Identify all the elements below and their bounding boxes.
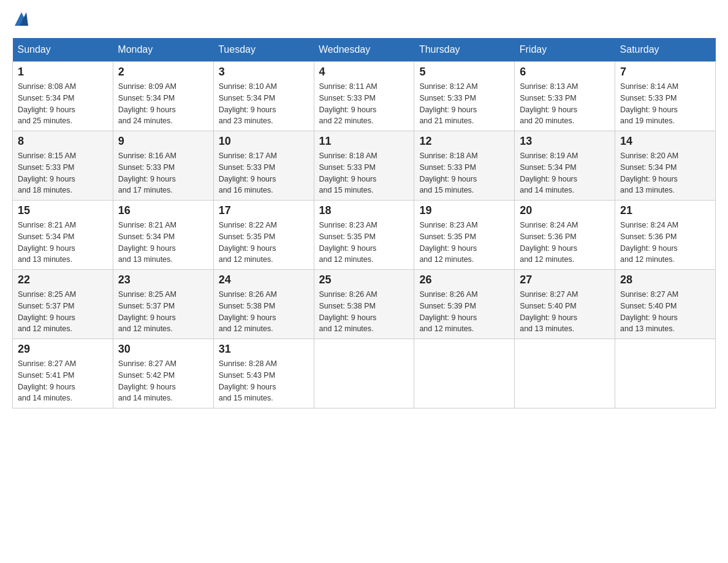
calendar-week-row: 15 Sunrise: 8:21 AMSunset: 5:34 PMDaylig… [13,201,716,270]
calendar-cell: 20 Sunrise: 8:24 AMSunset: 5:36 PMDaylig… [515,201,615,270]
calendar-cell: 6 Sunrise: 8:13 AMSunset: 5:33 PMDayligh… [515,62,615,131]
day-number: 24 [219,274,309,286]
calendar-cell: 13 Sunrise: 8:19 AMSunset: 5:34 PMDaylig… [515,131,615,201]
logo [12,12,28,26]
day-info: Sunrise: 8:27 AMSunset: 5:41 PMDaylight:… [18,359,76,402]
day-info: Sunrise: 8:22 AMSunset: 5:35 PMDaylight:… [219,221,277,264]
calendar-cell [515,339,615,408]
day-number: 6 [520,66,610,79]
weekday-header-tuesday: Tuesday [213,38,314,62]
day-info: Sunrise: 8:16 AMSunset: 5:33 PMDaylight:… [118,151,176,194]
weekday-header-thursday: Thursday [414,38,515,62]
weekday-header-wednesday: Wednesday [314,38,414,62]
day-number: 8 [18,135,108,148]
day-number: 30 [118,343,208,356]
day-number: 14 [620,135,710,148]
day-info: Sunrise: 8:25 AMSunset: 5:37 PMDaylight:… [18,290,76,333]
day-number: 20 [520,204,610,217]
calendar-cell: 9 Sunrise: 8:16 AMSunset: 5:33 PMDayligh… [113,131,213,201]
day-info: Sunrise: 8:23 AMSunset: 5:35 PMDaylight:… [319,221,377,264]
day-number: 23 [118,274,208,286]
day-number: 5 [419,66,509,79]
calendar-cell [314,339,414,408]
calendar-cell: 8 Sunrise: 8:15 AMSunset: 5:33 PMDayligh… [13,131,113,201]
day-number: 4 [319,66,409,79]
day-info: Sunrise: 8:24 AMSunset: 5:36 PMDaylight:… [620,221,678,264]
calendar-cell: 1 Sunrise: 8:08 AMSunset: 5:34 PMDayligh… [13,62,113,131]
calendar-week-row: 29 Sunrise: 8:27 AMSunset: 5:41 PMDaylig… [13,339,716,408]
calendar-cell: 10 Sunrise: 8:17 AMSunset: 5:33 PMDaylig… [213,131,314,201]
day-info: Sunrise: 8:18 AMSunset: 5:33 PMDaylight:… [319,151,377,194]
calendar-cell: 29 Sunrise: 8:27 AMSunset: 5:41 PMDaylig… [13,339,113,408]
calendar-cell: 7 Sunrise: 8:14 AMSunset: 5:33 PMDayligh… [615,62,716,131]
day-info: Sunrise: 8:20 AMSunset: 5:34 PMDaylight:… [620,151,678,194]
calendar-header: SundayMondayTuesdayWednesdayThursdayFrid… [13,38,716,62]
day-number: 7 [620,66,710,79]
calendar-cell [414,339,515,408]
calendar-cell: 4 Sunrise: 8:11 AMSunset: 5:33 PMDayligh… [314,62,414,131]
calendar-cell: 27 Sunrise: 8:27 AMSunset: 5:40 PMDaylig… [515,270,615,339]
calendar-cell: 26 Sunrise: 8:26 AMSunset: 5:39 PMDaylig… [414,270,515,339]
day-number: 15 [18,204,108,217]
day-info: Sunrise: 8:26 AMSunset: 5:39 PMDaylight:… [419,290,477,333]
day-info: Sunrise: 8:11 AMSunset: 5:33 PMDaylight:… [319,82,377,125]
day-info: Sunrise: 8:19 AMSunset: 5:34 PMDaylight:… [520,151,578,194]
day-info: Sunrise: 8:14 AMSunset: 5:33 PMDaylight:… [620,82,678,125]
day-number: 18 [319,204,409,217]
logo-triangle-icon [15,12,28,26]
day-info: Sunrise: 8:18 AMSunset: 5:33 PMDaylight:… [419,151,477,194]
day-info: Sunrise: 8:24 AMSunset: 5:36 PMDaylight:… [520,221,578,264]
calendar-cell: 31 Sunrise: 8:28 AMSunset: 5:43 PMDaylig… [213,339,314,408]
day-number: 27 [520,274,610,286]
day-info: Sunrise: 8:13 AMSunset: 5:33 PMDaylight:… [520,82,578,125]
calendar-cell: 22 Sunrise: 8:25 AMSunset: 5:37 PMDaylig… [13,270,113,339]
calendar-cell: 18 Sunrise: 8:23 AMSunset: 5:35 PMDaylig… [314,201,414,270]
calendar-cell: 21 Sunrise: 8:24 AMSunset: 5:36 PMDaylig… [615,201,716,270]
calendar-cell: 2 Sunrise: 8:09 AMSunset: 5:34 PMDayligh… [113,62,213,131]
calendar-cell: 12 Sunrise: 8:18 AMSunset: 5:33 PMDaylig… [414,131,515,201]
day-number: 2 [118,66,208,79]
calendar-cell: 15 Sunrise: 8:21 AMSunset: 5:34 PMDaylig… [13,201,113,270]
day-info: Sunrise: 8:10 AMSunset: 5:34 PMDaylight:… [219,82,277,125]
calendar-cell: 17 Sunrise: 8:22 AMSunset: 5:35 PMDaylig… [213,201,314,270]
day-info: Sunrise: 8:21 AMSunset: 5:34 PMDaylight:… [18,221,76,264]
day-info: Sunrise: 8:26 AMSunset: 5:38 PMDaylight:… [219,290,277,333]
day-number: 3 [219,66,309,79]
weekday-header-sunday: Sunday [13,38,113,62]
weekday-header-saturday: Saturday [615,38,716,62]
day-info: Sunrise: 8:23 AMSunset: 5:35 PMDaylight:… [419,221,477,264]
calendar-week-row: 1 Sunrise: 8:08 AMSunset: 5:34 PMDayligh… [13,62,716,131]
calendar-cell: 14 Sunrise: 8:20 AMSunset: 5:34 PMDaylig… [615,131,716,201]
day-info: Sunrise: 8:15 AMSunset: 5:33 PMDaylight:… [18,151,76,194]
day-info: Sunrise: 8:27 AMSunset: 5:42 PMDaylight:… [118,359,176,402]
day-info: Sunrise: 8:27 AMSunset: 5:40 PMDaylight:… [520,290,578,333]
calendar-cell: 24 Sunrise: 8:26 AMSunset: 5:38 PMDaylig… [213,270,314,339]
calendar-cell: 19 Sunrise: 8:23 AMSunset: 5:35 PMDaylig… [414,201,515,270]
day-number: 19 [419,204,509,217]
weekday-header-friday: Friday [515,38,615,62]
day-number: 22 [18,274,108,286]
day-number: 11 [319,135,409,148]
day-info: Sunrise: 8:09 AMSunset: 5:34 PMDaylight:… [118,82,176,125]
day-number: 25 [319,274,409,286]
weekday-header-monday: Monday [113,38,213,62]
day-number: 16 [118,204,208,217]
day-number: 9 [118,135,208,148]
day-number: 12 [419,135,509,148]
calendar-cell: 28 Sunrise: 8:27 AMSunset: 5:40 PMDaylig… [615,270,716,339]
calendar-cell [615,339,716,408]
day-info: Sunrise: 8:12 AMSunset: 5:33 PMDaylight:… [419,82,477,125]
day-number: 17 [219,204,309,217]
day-info: Sunrise: 8:17 AMSunset: 5:33 PMDaylight:… [219,151,277,194]
calendar-cell: 23 Sunrise: 8:25 AMSunset: 5:37 PMDaylig… [113,270,213,339]
calendar-week-row: 22 Sunrise: 8:25 AMSunset: 5:37 PMDaylig… [13,270,716,339]
calendar-cell: 3 Sunrise: 8:10 AMSunset: 5:34 PMDayligh… [213,62,314,131]
day-info: Sunrise: 8:08 AMSunset: 5:34 PMDaylight:… [18,82,76,125]
day-info: Sunrise: 8:25 AMSunset: 5:37 PMDaylight:… [118,290,176,333]
calendar-cell: 25 Sunrise: 8:26 AMSunset: 5:38 PMDaylig… [314,270,414,339]
day-info: Sunrise: 8:21 AMSunset: 5:34 PMDaylight:… [118,221,176,264]
day-number: 13 [520,135,610,148]
page-header [12,12,716,26]
calendar-cell: 5 Sunrise: 8:12 AMSunset: 5:33 PMDayligh… [414,62,515,131]
day-number: 26 [419,274,509,286]
